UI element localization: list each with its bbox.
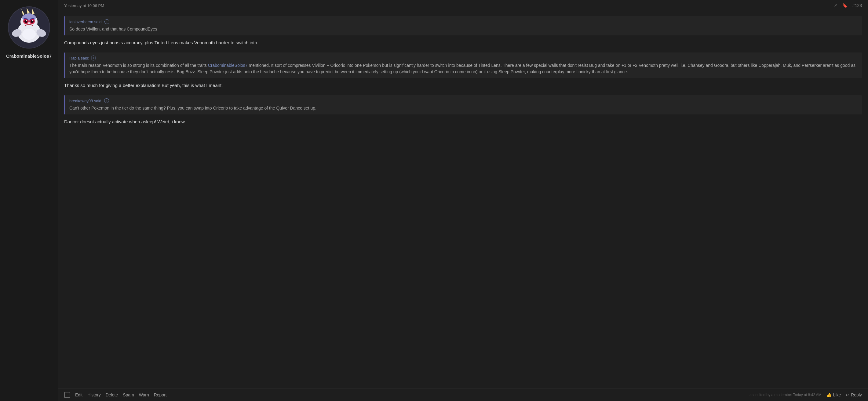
footer-actions-right: Last edited by a moderator: Today at 8:4… [748,393,862,397]
reply-label: Reply [851,393,862,397]
delete-button[interactable]: Delete [106,393,118,397]
quote-expand-icon-1[interactable]: + [104,19,109,24]
post-number: #123 [852,3,862,8]
post-body: ianlazerbeem said: + So does Vivillon, a… [58,11,868,389]
bookmark-icon[interactable]: 🔖 [842,3,847,8]
reply-icon: ↩ [846,393,849,397]
report-button[interactable]: Report [154,393,167,397]
svg-point-8 [26,20,27,21]
post-header-actions: ⤤ 🔖 #123 [834,3,862,8]
like-button[interactable]: 👍 Like [827,393,841,397]
last-edited-label: Last edited by a moderator: Today at 8:4… [748,393,822,397]
spam-button[interactable]: Spam [123,393,134,397]
quote-text-3: Can't other Pokemon in the tier do the s… [69,105,858,111]
warn-button[interactable]: Warn [139,393,149,397]
quote-attribution-2: Rabia said: + [69,56,858,60]
svg-point-6 [25,20,28,23]
post-paragraph-1: Compounds eyes just boosts accuracy, plu… [64,39,862,46]
main-content: Yesterday at 10:06 PM ⤤ 🔖 #123 ianlazerb… [58,0,868,401]
quote-attribution-1: ianlazerbeem said: + [69,19,858,24]
edit-button[interactable]: Edit [75,393,83,397]
reply-button[interactable]: ↩ Reply [846,393,862,397]
quote-attribution-3: breakaway08 said: + [69,98,858,103]
quote-expand-icon-3[interactable]: + [104,98,109,103]
footer-actions-left: Edit History Delete Spam Warn Report [64,392,167,398]
quote-author-3: breakaway08 said: [69,99,102,103]
svg-point-9 [32,20,33,21]
svg-point-17 [22,29,36,40]
select-checkbox[interactable] [64,392,70,398]
quote-author-1: ianlazerbeem said: [69,20,103,24]
quote-expand-icon-2[interactable]: + [91,56,96,60]
username-label: CrabominableSolos7 [3,53,55,59]
like-icon: 👍 [827,393,832,397]
quote-text-1: So does Vivillon, and that has CompoundE… [69,26,858,32]
quote-block-1: ianlazerbeem said: + So does Vivillon, a… [64,16,862,35]
post-paragraph-3: Dancer doesnt actually activate when asl… [64,118,862,126]
post-footer: Edit History Delete Spam Warn Report Las… [58,389,868,401]
svg-point-7 [31,20,34,23]
quote-block-2: Rabia said: + The main reason Venomoth i… [64,53,862,78]
share-icon[interactable]: ⤤ [834,3,837,8]
history-button[interactable]: History [87,393,101,397]
mention-link[interactable]: CrabominableSolos7 [208,63,248,68]
quote-author-2: Rabia said: [69,56,89,60]
like-label: Like [833,393,841,397]
avatar [8,6,51,49]
quote-block-3: breakaway08 said: + Can't other Pokemon … [64,95,862,114]
post-paragraph-2: Thanks so much for giving a better expla… [64,82,862,89]
post-timestamp: Yesterday at 10:06 PM [64,3,104,8]
post-header: Yesterday at 10:06 PM ⤤ 🔖 #123 [58,0,868,11]
quote-text-2: The main reason Venomoth is so strong is… [69,62,858,75]
sidebar: CrabominableSolos7 [0,0,58,401]
